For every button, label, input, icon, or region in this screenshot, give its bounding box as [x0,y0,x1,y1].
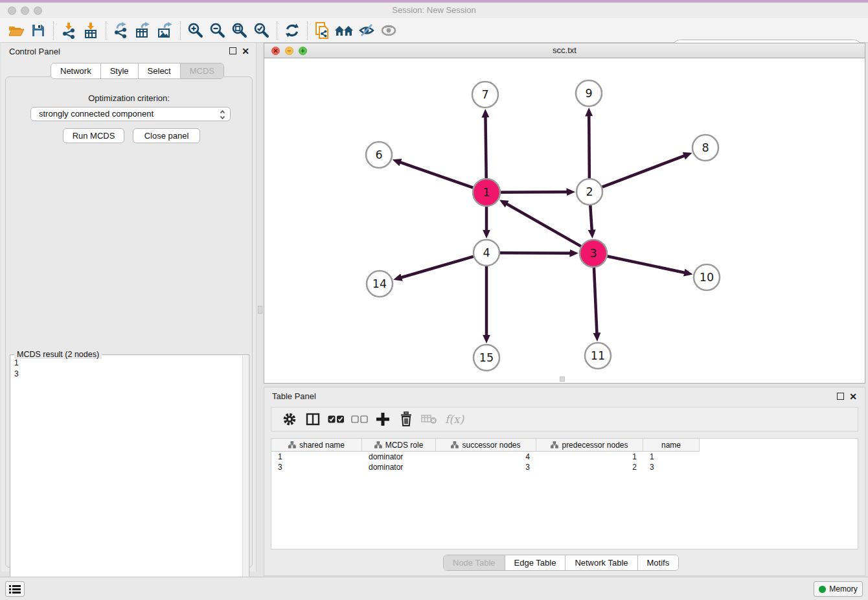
edge-2-3[interactable] [590,205,591,231]
export-table-button[interactable] [132,20,154,41]
maximize-view-icon[interactable]: + [299,47,307,55]
column-header-name[interactable]: name [643,439,700,452]
edge-3-10[interactable] [608,257,685,273]
export-network-button[interactable] [110,20,132,41]
cell-MCDS-role[interactable]: dominator [362,452,436,462]
cell-MCDS-role[interactable]: dominator [362,462,436,472]
column-header-predecessor-nodes[interactable]: predecessor nodes [536,439,643,452]
task-history-button[interactable] [5,581,25,597]
tab-style[interactable]: Style [101,63,139,78]
table-body: 1dominator4113dominator323 [271,452,858,472]
cell-name[interactable]: 1 [643,452,700,462]
edge-4-14[interactable] [401,257,474,278]
close-panel-button[interactable]: Close panel [133,128,200,143]
float-panel-icon[interactable] [229,47,236,54]
tab-network-table[interactable]: Network Table [565,555,637,570]
delete-icon [399,411,413,427]
eye-button[interactable] [378,20,400,41]
delete-table-button[interactable] [418,409,441,430]
node-label-3: 3 [589,247,597,260]
tab-network[interactable]: Network [51,63,101,78]
cell-predecessor-nodes[interactable]: 1 [536,452,643,462]
save-session-button[interactable] [27,20,49,41]
tab-select[interactable]: Select [139,63,181,78]
copy-network-button[interactable] [312,20,334,41]
minimize-view-icon[interactable]: − [285,47,293,55]
network-window-titlebar[interactable]: ✕ − + scc.txt [264,43,865,58]
select-all-button[interactable] [325,409,348,430]
edge-2-8[interactable] [602,156,685,187]
traffic-lights[interactable] [8,6,47,17]
table-row[interactable]: 3dominator323 [271,462,858,472]
edge-3-1[interactable] [506,203,580,246]
column-header-MCDS-role[interactable]: MCDS role [362,439,436,452]
zoom-out-button[interactable] [207,20,229,41]
memory-status-icon [819,586,826,593]
edge-1-7[interactable] [485,117,486,178]
close-view-icon[interactable]: ✕ [271,47,280,55]
control-panel-title: Control Panel [9,47,60,56]
export-network-icon [112,22,130,39]
optimization-criterion-dropdown[interactable]: strongly connected component [30,107,231,121]
tab-mcds[interactable]: MCDS [181,63,223,78]
mcds-result-list[interactable]: 13 [12,358,241,597]
column-label: MCDS role [385,441,424,450]
network-canvas[interactable]: 7968124314101511 [264,58,865,383]
export-image-button[interactable] [154,20,176,41]
node-table[interactable]: shared nameMCDS rolesuccessor nodesprede… [271,438,858,549]
close-panel-icon[interactable]: ✕ [849,391,857,402]
result-item[interactable]: 1 [14,358,241,369]
result-scrollbar[interactable] [242,356,248,598]
cell-successor-nodes[interactable]: 4 [436,452,536,462]
split-panel-button[interactable] [301,409,325,430]
tab-motifs[interactable]: Motifs [638,555,679,570]
tree-icon [551,441,558,448]
add-button[interactable] [371,409,394,430]
cell-shared-name[interactable]: 1 [271,452,362,462]
deselect-all-button[interactable] [348,409,371,430]
function-builder-icon[interactable]: f(x) [445,413,464,426]
zoom-fit-button[interactable] [229,20,251,41]
cell-name[interactable]: 3 [643,462,700,472]
maximize-window-icon[interactable] [34,6,42,15]
minimize-window-icon[interactable] [21,6,29,15]
panel-divider-handle[interactable] [258,306,262,314]
zoom-in-icon [187,22,204,39]
cell-predecessor-nodes[interactable]: 2 [536,462,643,472]
tab-edge-table[interactable]: Edge Table [505,555,566,570]
canvas-scroll-handle[interactable] [560,376,565,382]
edge-4-3[interactable] [500,253,571,253]
delete-button[interactable] [394,409,418,430]
cell-shared-name[interactable]: 3 [271,462,362,472]
edge-3-11[interactable] [594,268,597,334]
control-panel-header: Control Panel ✕ [1,43,256,60]
cell-successor-nodes[interactable]: 3 [436,462,536,472]
tab-node-table[interactable]: Node Table [444,555,505,570]
close-panel-icon[interactable]: ✕ [242,46,249,56]
open-session-button[interactable] [5,20,27,41]
node-label-1: 1 [483,186,490,199]
memory-button[interactable]: Memory [814,581,863,597]
refresh-icon [284,22,301,39]
import-network-button[interactable] [58,20,80,41]
node-label-10: 10 [700,271,714,284]
edge-1-6[interactable] [400,162,473,188]
zoom-in-button[interactable] [185,20,207,41]
titlebar: Session: New Session [0,3,868,18]
result-item[interactable]: 3 [14,369,241,380]
import-table-button[interactable] [80,20,102,41]
gear-button[interactable] [278,409,301,430]
float-panel-icon[interactable] [837,393,844,400]
close-window-icon[interactable] [8,6,16,15]
zoom-selected-button[interactable] [251,20,273,41]
table-row[interactable]: 1dominator411 [271,452,858,462]
column-header-shared-name[interactable]: shared name [271,439,362,452]
column-header-successor-nodes[interactable]: successor nodes [436,439,536,452]
list-icon [9,584,21,594]
edge-1-2[interactable] [501,192,567,192]
home-button[interactable] [334,20,356,41]
hide-style-button[interactable] [356,20,378,41]
run-mcds-button[interactable]: Run MCDS [63,128,124,143]
refresh-button[interactable] [281,20,303,41]
edge-2-9[interactable] [589,115,589,178]
